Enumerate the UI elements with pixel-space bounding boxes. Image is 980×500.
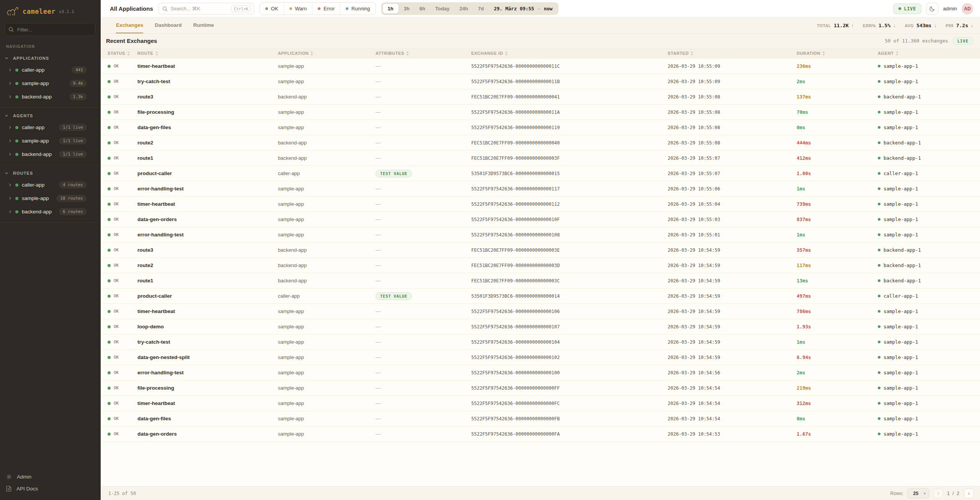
agent-status-dot-icon [878,295,880,297]
column-sort-toggle[interactable]: AGENT [878,51,980,56]
time-range-3h[interactable]: 3h [399,3,415,14]
column-sort-toggle[interactable]: DURATION [797,51,871,56]
sidebar-item-caller-app[interactable]: caller-app1/1 live [0,121,101,134]
table-row[interactable]: OKfile-processingsample-app—5522F5F97542… [101,105,980,120]
table-row[interactable]: OKloop-demosample-app—5522F5F97542636-00… [101,319,980,334]
cell-application: sample-app [271,216,369,222]
chevron-right-icon [8,139,12,143]
status-filter-warn[interactable]: Warn [284,3,312,15]
username-label: admin [943,6,957,11]
table-row[interactable]: OKdata-gen-filessample-app—5522F5F975426… [101,411,980,426]
agent-status-dot-icon [878,218,880,221]
status-filter-running[interactable]: Running [340,3,375,15]
sidebar-footer-item-admin[interactable]: Admin [0,471,101,483]
rows-per-page-value: 25 [913,491,918,496]
tab-dashboard[interactable]: Dashboard [155,18,182,33]
live-status-badge: LIVE [953,37,973,45]
status-dot-icon [15,197,18,200]
table-row[interactable]: OKtimer-heartbeatsample-app—5522F5F97542… [101,59,980,74]
live-dot-icon [898,7,901,10]
live-toggle-button[interactable]: LIVE [893,3,922,14]
table-row[interactable]: OKroute2backend-app—FEC51BC20E7FF09-0000… [101,135,980,151]
cell-application: sample-app [271,324,369,330]
table-row[interactable]: OKtimer-heartbeatsample-app—5522F5F97542… [101,396,980,411]
table-row[interactable]: OKtry-catch-testsample-app—5522F5F975426… [101,74,980,89]
table-row[interactable]: OKroute3backend-app—FEC51BC20E7FF09-0000… [101,89,980,105]
time-range-1h[interactable]: 1h [382,3,399,14]
table-row[interactable]: OKroute3backend-app—FEC51BC20E7FF09-0000… [101,243,980,258]
sidebar-item-sample-app[interactable]: sample-app9.4k [0,77,101,90]
table-row[interactable]: OKtry-catch-testsample-app—5522F5F975426… [101,334,980,350]
sidebar-item-caller-app[interactable]: caller-app4 routes [0,178,101,192]
cell-agent: sample-app-1 [871,416,980,421]
tab-runtime[interactable]: Runtime [193,18,214,33]
avatar[interactable]: AD [962,3,973,15]
time-range-7d[interactable]: 7d [473,3,489,14]
column-sort-toggle[interactable]: STATUS [108,51,131,56]
table-row[interactable]: OKroute2backend-app—FEC51BC20E7FF09-0000… [101,258,980,273]
column-sort-toggle[interactable]: STARTED [668,51,790,56]
sidebar-section-header-agents[interactable]: AGENTS [0,110,101,121]
table-row[interactable]: OKroute1backend-app—FEC51BC20E7FF09-0000… [101,151,980,166]
sidebar-filter-input[interactable] [5,23,95,36]
column-header-attributes: ATTRIBUTES [369,51,464,56]
cell-route: loop-demo [131,324,271,330]
sort-icon [691,51,693,56]
cell-application: sample-app [271,385,369,391]
agent-name: sample-app-1 [884,109,918,115]
sidebar-footer-item-api-docs[interactable]: API Docs [0,483,101,495]
chevron-down-icon [5,114,8,118]
date-range[interactable]: 29. März 09:55 — now [489,6,557,11]
cell-exchange-id: 5522F5F97542636-00000000000000FB [464,416,661,421]
sidebar-item-sample-app[interactable]: sample-app1/1 live [0,134,101,148]
table-row[interactable]: OKfile-processingsample-app—5522F5F97542… [101,380,980,396]
status-filter-error[interactable]: Error [312,3,340,15]
table-row[interactable]: OKroute1backend-app—FEC51BC20E7FF09-0000… [101,273,980,289]
sidebar-item-backend-app[interactable]: backend-app6 routes [0,205,101,218]
table-row[interactable]: OKdata-gen-nested-splitsample-app—5522F5… [101,350,980,365]
agent-status-dot-icon [878,417,880,420]
status-label: OK [114,401,119,406]
sidebar-item-label: sample-app [22,80,49,86]
rows-per-page-select[interactable]: 25 ▾ [907,489,929,498]
time-range-6h[interactable]: 6h [415,3,430,14]
column-sort-toggle[interactable]: EXCHANGE ID [471,51,661,56]
table-row[interactable]: OKproduct-callercaller-appTEST VALUE5350… [101,289,980,304]
prev-page-button[interactable]: ‹ [933,489,943,498]
table-row[interactable]: OKdata-gen-orderssample-app—5522F5F97542… [101,426,980,442]
cell-attributes: — [369,324,464,330]
column-sort-toggle[interactable]: APPLICATION [278,51,369,56]
cell-attributes: — [369,109,464,115]
time-range-24h[interactable]: 24h [454,3,473,14]
next-page-button[interactable]: › [964,489,974,498]
time-range-today[interactable]: Today [430,3,454,14]
sidebar-item-caller-app[interactable]: caller-app441 [0,63,101,77]
app-logo[interactable]: cameleer v3.2.1 [0,0,101,22]
status-filter-ok[interactable]: OK [260,3,284,15]
sidebar-item-label: backend-app [22,94,52,100]
search-input[interactable]: Search... ⌘K Ctrl+K [158,3,254,15]
table-row[interactable]: OKerror-handling-testsample-app—5522F5F9… [101,227,980,243]
content-header: Recent Exchanges 50 of 11.360 exchanges … [101,34,980,48]
tab-exchanges[interactable]: Exchanges [116,18,143,33]
table-row[interactable]: OKdata-gen-orderssample-app—5522F5F97542… [101,212,980,227]
sidebar-item-backend-app[interactable]: backend-app1.3k [0,90,101,103]
table-row[interactable]: OKerror-handling-testsample-app—5522F5F9… [101,181,980,197]
sidebar-item-sample-app[interactable]: sample-app18 routes [0,192,101,205]
sidebar-section-header-routes[interactable]: ROUTES [0,167,101,178]
cell-route: data-gen-orders [131,431,271,437]
sidebar-section-header-applications[interactable]: APPLICATIONS [0,52,101,63]
table-row[interactable]: OKtimer-heartbeatsample-app—5522F5F97542… [101,304,980,319]
dark-mode-toggle[interactable] [926,3,938,15]
column-sort-toggle[interactable]: ROUTE [137,51,271,56]
table-row[interactable]: OKproduct-callercaller-appTEST VALUE5350… [101,166,980,181]
table-row[interactable]: OKerror-handling-testsample-app—5522F5F9… [101,365,980,380]
cell-duration: 70ms [790,109,871,115]
table-row[interactable]: OKtimer-heartbeatsample-app—5522F5F97542… [101,197,980,212]
table-row[interactable]: OKdata-gen-filessample-app—5522F5F975426… [101,120,980,135]
camel-logo-icon [6,6,19,17]
column-sort-toggle[interactable]: ATTRIBUTES [376,51,464,56]
status-ok-dot-icon [108,387,111,390]
sidebar-item-backend-app[interactable]: backend-app1/1 live [0,148,101,161]
cell-duration: 1.00s [790,170,871,176]
